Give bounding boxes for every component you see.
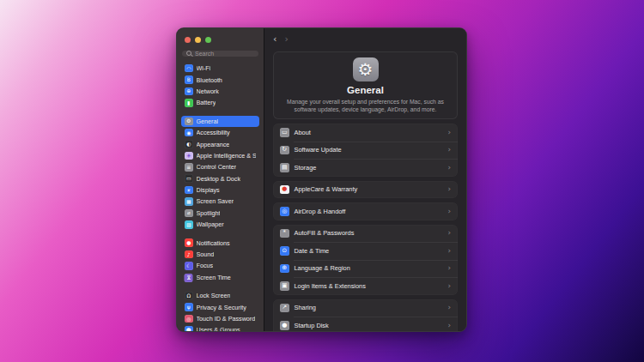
sidebar-item-label: Apple Intelligence & Siri	[197, 152, 257, 160]
sidebar-item-apple-intelligence-siri[interactable]: ◈Apple Intelligence & Siri	[181, 150, 259, 161]
sidebar-item-accessibility[interactable]: ◉Accessibility	[181, 127, 259, 138]
sidebar-item-spotlight[interactable]: ⌀Spotlight	[181, 208, 259, 219]
settings-row-label: Date & Time	[295, 247, 443, 255]
storage-icon: ▤	[280, 163, 289, 172]
sidebar-item-wi-fi[interactable]: ◠Wi-Fi	[181, 63, 259, 74]
settings-group-card: ●AppleCare & Warranty›	[273, 181, 458, 199]
settings-row-date-time[interactable]: ⊙Date & Time›	[280, 242, 451, 260]
sidebar-item-label: Displays	[197, 186, 220, 194]
system-settings-window: Search ◠Wi-FiBBluetooth⊕Network▮Battery⚙…	[176, 27, 467, 332]
content-groups: ▭About›↻Software Update›▤Storage›●AppleC…	[273, 124, 458, 331]
apple-logo-icon: ●	[280, 185, 289, 195]
chevron-right-icon: ›	[447, 129, 451, 136]
sidebar-item-label: Control Center	[197, 163, 237, 171]
date-time-icon: ⊙	[280, 246, 289, 256]
navigation-bar: ‹ ›	[264, 28, 466, 49]
bluetooth-icon: B	[185, 75, 193, 84]
control-center-icon: ≡	[185, 163, 193, 172]
chevron-right-icon: ›	[447, 185, 451, 193]
settings-row-label: Login Items & Extensions	[295, 282, 443, 290]
chevron-right-icon: ›	[447, 208, 451, 215]
settings-row-software-update[interactable]: ↻Software Update›	[280, 142, 451, 160]
sidebar-item-network[interactable]: ⊕Network	[181, 86, 259, 97]
sidebar-group: ◠Wi-FiBBluetooth⊕Network▮Battery	[181, 63, 259, 109]
wifi-icon: ◠	[185, 64, 193, 73]
search-input[interactable]: Search	[182, 51, 258, 57]
notifications-icon: ●	[185, 238, 193, 247]
users-icon: ☻	[185, 326, 193, 332]
settings-row-startup-disk[interactable]: ●Startup Disk›	[280, 317, 451, 331]
sidebar-item-screen-time[interactable]: ⋈Screen Time	[181, 272, 259, 283]
chevron-right-icon: ›	[447, 282, 451, 290]
settings-row-storage[interactable]: ▤Storage›	[280, 159, 451, 177]
sidebar-item-users-groups[interactable]: ☻Users & Groups	[181, 324, 259, 332]
settings-group-card: ▭About›↻Software Update›▤Storage›	[273, 124, 458, 177]
sidebar-item-sound[interactable]: ♪Sound	[181, 249, 259, 260]
sidebar-item-label: Desktop & Dock	[197, 175, 241, 183]
settings-row-autofill-passwords[interactable]: *AutoFill & Passwords›	[280, 225, 451, 243]
sidebar-item-displays[interactable]: ☀Displays	[181, 184, 259, 196]
sidebar-item-battery[interactable]: ▮Battery	[181, 97, 259, 108]
page-description: Manage your overall setup and preference…	[283, 98, 448, 113]
gear-icon: ⚙	[185, 118, 193, 126]
forward-button[interactable]: ›	[284, 34, 288, 44]
settings-row-applecare-warranty[interactable]: ●AppleCare & Warranty›	[280, 181, 451, 199]
settings-row-label: Storage	[295, 164, 443, 172]
spotlight-icon: ⌀	[185, 209, 193, 218]
sidebar-item-label: Privacy & Security	[197, 304, 246, 311]
sidebar-group: ⚙General◉Accessibility◐Appearance◈Apple …	[181, 116, 259, 231]
window-controls	[181, 28, 259, 50]
zoom-button[interactable]	[205, 37, 211, 43]
settings-row-airdrop-handoff[interactable]: ◎AirDrop & Handoff›	[280, 202, 451, 220]
sidebar-item-touch-id-password[interactable]: ◎Touch ID & Password	[181, 313, 259, 324]
language-globe-icon: ⊕	[280, 264, 289, 274]
content-pane: ‹ › ⚙ General Manage your overall setup …	[264, 28, 466, 331]
back-button[interactable]: ‹	[273, 34, 276, 44]
battery-icon: ▮	[185, 99, 193, 107]
sidebar-item-label: Bluetooth	[197, 76, 222, 84]
close-button[interactable]	[185, 37, 191, 43]
chevron-right-icon: ›	[447, 164, 451, 172]
settings-row-language-region[interactable]: ⊕Language & Region›	[280, 260, 451, 278]
sidebar-item-desktop-dock[interactable]: ▭Desktop & Dock	[181, 173, 259, 184]
startup-disk-icon: ●	[280, 321, 289, 330]
sidebar-item-label: Spotlight	[197, 209, 221, 217]
sidebar-item-focus[interactable]: ☾Focus	[181, 260, 259, 271]
sidebar-groups: ◠Wi-FiBBluetooth⊕Network▮Battery⚙General…	[181, 63, 259, 332]
settings-row-label: AirDrop & Handoff	[295, 208, 443, 215]
settings-row-login-items-extensions[interactable]: ▣Login Items & Extensions›	[280, 277, 451, 295]
sidebar-group: ●Notifications♪Sound☾Focus⋈Screen Time	[181, 237, 259, 283]
sidebar-item-bluetooth[interactable]: BBluetooth	[181, 74, 259, 85]
settings-row-label: AppleCare & Warranty	[295, 185, 443, 193]
focus-icon: ☾	[185, 262, 193, 270]
screen-saver-icon: ▦	[185, 197, 193, 206]
sidebar-item-label: Accessibility	[197, 129, 230, 136]
sidebar-item-notifications[interactable]: ●Notifications	[181, 237, 259, 248]
settings-scroll-area[interactable]: ⚙ General Manage your overall setup and …	[264, 49, 466, 331]
sidebar-item-general[interactable]: ⚙General	[181, 116, 259, 127]
minimize-button[interactable]	[195, 37, 201, 43]
wallpaper-icon: ▨	[185, 220, 193, 229]
sidebar-item-wallpaper[interactable]: ▨Wallpaper	[181, 219, 259, 230]
settings-row-label: Language & Region	[295, 264, 443, 272]
chevron-right-icon: ›	[447, 146, 451, 154]
settings-row-label: Software Update	[295, 146, 443, 154]
login-items-icon: ▣	[280, 281, 289, 291]
sidebar-item-lock-screen[interactable]: ΩLock Screen	[181, 290, 259, 301]
sidebar-item-screen-saver[interactable]: ▦Screen Saver	[181, 196, 259, 207]
sidebar-item-label: Battery	[197, 99, 216, 106]
software-update-icon: ↻	[280, 146, 289, 155]
sidebar-item-privacy-security[interactable]: ψPrivacy & Security	[181, 301, 259, 312]
sound-icon: ♪	[185, 250, 193, 259]
settings-row-about[interactable]: ▭About›	[280, 124, 451, 142]
appearance-icon: ◐	[185, 140, 193, 148]
settings-row-sharing[interactable]: ↗Sharing›	[280, 299, 451, 317]
sidebar-item-control-center[interactable]: ≡Control Center	[181, 161, 259, 172]
chevron-right-icon: ›	[447, 304, 451, 311]
sidebar-item-label: Touch ID & Password	[197, 315, 256, 323]
sidebar-item-label: Wi-Fi	[197, 64, 211, 72]
settings-row-label: About	[295, 129, 443, 136]
sidebar-item-label: Notifications	[197, 239, 230, 247]
sidebar-item-label: Wallpaper	[197, 220, 224, 228]
sidebar-item-appearance[interactable]: ◐Appearance	[181, 138, 259, 149]
